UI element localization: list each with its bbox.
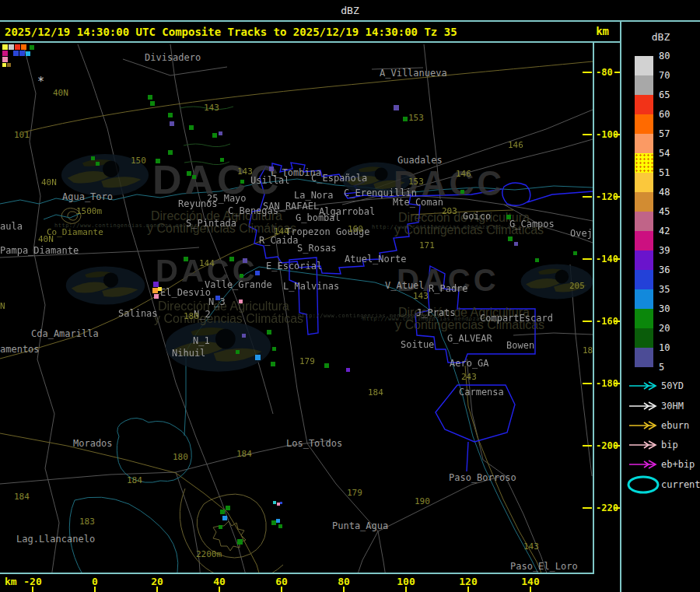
- bottom-axis-tick-label: 140: [521, 576, 539, 587]
- bottom-axis-tick: [281, 587, 282, 592]
- dbz-band-label: 70: [659, 70, 670, 81]
- dbz-band-label: 80: [659, 51, 670, 61]
- map-place-label: Los_Toldos: [286, 439, 342, 448]
- radar-map[interactable]: DACCDirección de Agriculturay Contingenc…: [0, 43, 594, 574]
- legend-arrow-icon: [628, 380, 660, 391]
- map-road-label: 184: [14, 492, 30, 501]
- radar-echo-pixel: [269, 166, 274, 171]
- radar-echo-pixel: [156, 159, 160, 163]
- dbz-band-label: 20: [659, 323, 670, 334]
- dbz-band-36: [635, 270, 653, 289]
- dbz-band-label: 10: [659, 342, 670, 353]
- radar-echo-pixel: [277, 503, 280, 506]
- header-km-unit: km: [596, 25, 609, 37]
- map-road-label: 180: [583, 346, 594, 355]
- radar-app: dBZ 2025/12/19 14:30:00 UTC Composite Tr…: [0, 0, 700, 592]
- radar-echo-pixel: [535, 258, 539, 262]
- legend-arrow-icon: [628, 440, 660, 450]
- corner-palette-pixel: [21, 44, 26, 50]
- map-place-label: Oveje: [570, 229, 594, 238]
- dbz-band-label: 65: [659, 89, 670, 100]
- map-road-label: 150: [131, 156, 146, 165]
- radar-echo-pixel: [273, 501, 276, 504]
- radar-echo-pixel: [272, 347, 276, 351]
- dbz-band-10: [635, 348, 653, 367]
- map-place-label: Nihuil: [172, 349, 205, 358]
- corner-palette-pixel: [7, 63, 11, 67]
- radar-echo-pixel: [168, 150, 173, 155]
- map-place-label: Divisadero: [145, 53, 201, 62]
- corner-palette-pixel: [13, 51, 19, 56]
- dbz-band-30: [635, 309, 653, 328]
- radar-echo-pixel: [239, 300, 243, 303]
- legend-arrow-icon: [628, 420, 660, 431]
- map-place-label: Pampa_Diamante: [0, 246, 79, 255]
- map-place-label: Lag.Llancanelo: [16, 534, 95, 544]
- right-axis: -80-100-120-140-160-180-200-220: [594, 43, 620, 574]
- colorscale-title: dBZ: [621, 31, 700, 43]
- dbz-band-45: [635, 212, 653, 231]
- map-road-label: 243: [461, 373, 477, 381]
- bottom-axis-tick: [343, 587, 345, 592]
- bottom-axis: km -20020406080100120140: [0, 574, 620, 592]
- map-road-label: 184: [127, 476, 142, 485]
- corner-palette-pixel: [2, 44, 8, 50]
- legend-label: 50YD: [661, 380, 684, 391]
- radar-echo-pixel: [219, 525, 222, 529]
- map-place-label: L_Malvinas: [283, 282, 339, 291]
- map-place-label: Goico: [463, 212, 491, 221]
- map-road-label: 2200m: [196, 550, 222, 559]
- map-road-label: N: [0, 302, 5, 310]
- radar-echo-pixel: [226, 506, 230, 510]
- map-road-label: 153: [408, 177, 424, 186]
- map-place-label: La_Nora: [294, 191, 334, 200]
- legend-label: bip: [661, 440, 678, 450]
- radar-echo-pixel: [229, 257, 234, 261]
- right-axis-tick-label: -80: [596, 67, 613, 78]
- dbz-band-65: [635, 95, 653, 114]
- channel-lines: [180, 107, 233, 165]
- map-place-label: C_Benegas: [228, 206, 278, 215]
- dbz-band-label: 35: [659, 284, 670, 295]
- radar-echo-pixel: [506, 215, 511, 219]
- map-road-label: 180: [173, 453, 188, 461]
- bottom-axis-tick: [32, 587, 33, 592]
- radar-echo-pixel: [237, 539, 243, 545]
- radar-echo-pixel: [91, 156, 95, 160]
- bottom-axis-tick: [94, 587, 96, 592]
- radar-echo-pixel: [394, 105, 399, 110]
- radar-echo-pixel: [242, 334, 246, 338]
- radar-echo-pixel: [168, 113, 173, 117]
- bottom-axis-tick-label: 0: [92, 576, 98, 587]
- map-road-label: 184: [368, 388, 383, 397]
- map-road-label: 184: [236, 450, 252, 458]
- map-place-label: Aero_GA: [450, 359, 489, 368]
- dbz-band-label: 30: [659, 303, 670, 314]
- radar-echo-pixel: [280, 502, 282, 504]
- bottom-axis-tick: [467, 587, 469, 592]
- map-road-label: 144: [199, 259, 215, 268]
- map-place-label: CompartEscard: [480, 314, 553, 323]
- map-place-label: Paso_El_Loro: [510, 562, 578, 571]
- bottom-axis-tick-label: 40: [213, 576, 226, 587]
- map-place-label: Atuel_Norte: [345, 254, 406, 264]
- map-place-label: Bowen: [506, 341, 534, 350]
- corner-palette-pixel: [15, 44, 20, 50]
- legend-label: 30HM: [661, 401, 684, 412]
- corner-palette-pixel: [19, 51, 25, 56]
- radar-echo-pixel: [220, 510, 225, 514]
- corner-palette-pixel: [2, 57, 8, 62]
- map-road-label: 146: [508, 141, 523, 149]
- radar-echo-pixel: [192, 175, 196, 179]
- dbz-band-35: [635, 289, 653, 309]
- legend-label: eburn: [661, 420, 689, 431]
- dbz-band-57: [635, 134, 653, 153]
- radar-echo-pixel: [271, 362, 275, 366]
- bottom-axis-tick-label: 80: [338, 576, 350, 587]
- radar-echo-pixel: [255, 355, 261, 360]
- map-road-label: 143: [523, 542, 539, 551]
- map-place-label: R_Caida: [259, 236, 299, 245]
- radar-echo-pixel: [150, 101, 155, 106]
- map-place-label: Valle_Grande: [205, 280, 272, 289]
- radar-echo-pixel: [154, 294, 159, 299]
